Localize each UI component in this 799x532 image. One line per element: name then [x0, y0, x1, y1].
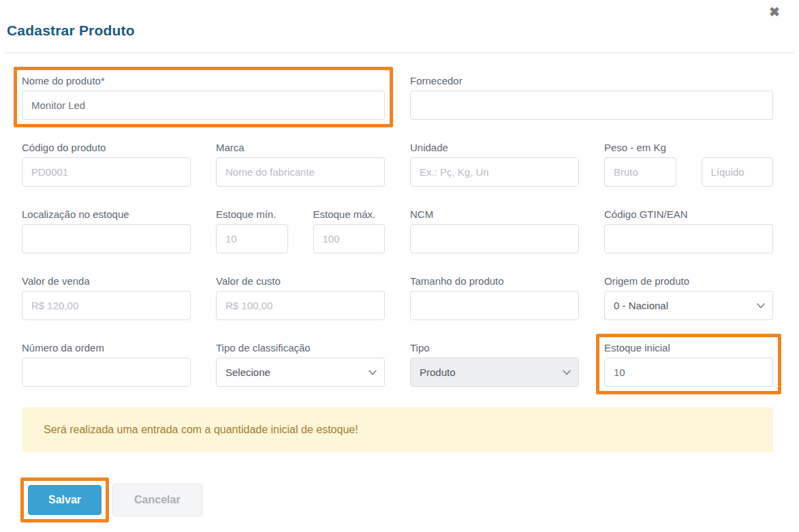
fornecedor-label: Fornecedor: [410, 74, 773, 87]
estoque-inicial-highlight: Estoque inicial: [596, 334, 781, 394]
tamanho-produto-label: Tamanho do produto: [410, 275, 579, 287]
gtin-ean-input[interactable]: [604, 224, 773, 253]
localizacao-estoque-label: Localização no estoque: [22, 208, 191, 221]
estoque-min-input[interactable]: [216, 224, 288, 253]
estoque-max-label: Estoque máx.: [313, 208, 386, 221]
codigo-produto-label: Código do produto: [22, 141, 191, 154]
unidade-label: Unidade: [410, 141, 579, 154]
numero-ordem-input[interactable]: [22, 358, 191, 387]
unidade-input[interactable]: [410, 157, 579, 187]
page-title: Cadastrar Produto: [0, 0, 799, 39]
gtin-ean-label: Código GTIN/EAN: [604, 208, 773, 221]
valor-venda-input[interactable]: [22, 291, 191, 320]
localizacao-estoque-input[interactable]: [22, 224, 191, 253]
valor-custo-label: Valor de custo: [216, 275, 385, 287]
estoque-max-input[interactable]: [313, 224, 386, 253]
tipo-classificacao-label: Tipo de classificação: [216, 341, 385, 354]
header-divider: [5, 52, 794, 53]
peso-bruto-input[interactable]: [604, 157, 676, 187]
origem-produto-select[interactable]: 0 - Nacional: [604, 291, 773, 320]
estoque-min-label: Estoque mín.: [216, 208, 288, 221]
stock-entry-alert: Será realizada uma entrada com a quantid…: [22, 407, 773, 452]
product-form: Nome do produto* Fornecedor Código do pr…: [22, 74, 773, 387]
tipo-label: Tipo: [410, 341, 579, 354]
fornecedor-input[interactable]: [410, 91, 773, 120]
numero-ordem-label: Número da ordem: [22, 341, 191, 354]
tipo-select[interactable]: Produto: [410, 358, 579, 387]
origem-produto-label: Origem de produto: [604, 275, 773, 287]
estoque-inicial-label: Estoque inicial: [604, 341, 773, 354]
codigo-produto-input[interactable]: [22, 157, 191, 187]
ncm-input[interactable]: [410, 224, 579, 253]
alert-message: Será realizada uma entrada com a quantid…: [44, 424, 358, 435]
nome-produto-input[interactable]: [22, 91, 385, 120]
close-icon[interactable]: ✖: [769, 5, 780, 18]
peso-liquido-input[interactable]: [702, 157, 774, 187]
tipo-classificacao-select[interactable]: Selecione: [216, 358, 385, 387]
save-button-highlight: Salvar: [20, 478, 109, 522]
estoque-inicial-input[interactable]: [604, 358, 773, 387]
cancel-button[interactable]: Cancelar: [112, 484, 202, 516]
marca-label: Marca: [216, 141, 385, 154]
save-button[interactable]: Salvar: [28, 485, 101, 515]
nome-produto-label: Nome do produto*: [22, 74, 385, 87]
nome-produto-highlight: Nome do produto*: [14, 67, 393, 127]
valor-venda-label: Valor de venda: [22, 275, 191, 287]
marca-input[interactable]: [216, 157, 385, 187]
peso-label: Peso - em Kg: [604, 141, 773, 154]
ncm-label: NCM: [410, 208, 579, 221]
tamanho-produto-input[interactable]: [410, 291, 579, 320]
valor-custo-input[interactable]: [216, 291, 385, 320]
